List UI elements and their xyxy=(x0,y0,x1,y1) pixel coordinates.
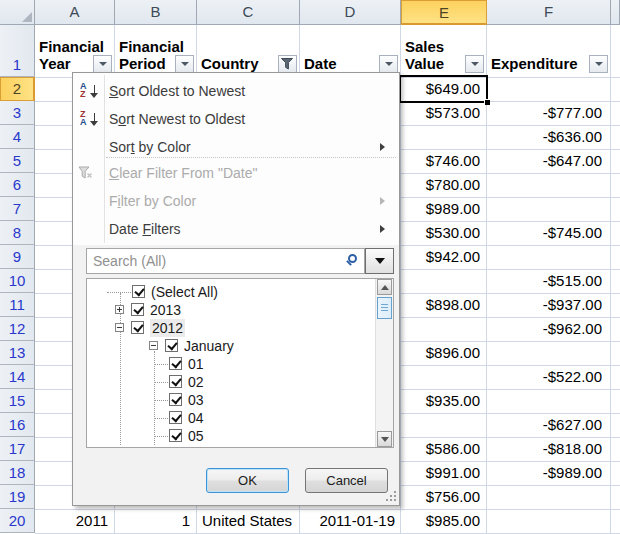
checkbox-checked[interactable] xyxy=(169,393,182,406)
cell[interactable]: -$818.00 xyxy=(487,437,610,461)
tree-item-02[interactable]: 02 xyxy=(87,373,374,391)
cell[interactable]: -$522.00 xyxy=(487,365,610,389)
filter-dropdown-period[interactable] xyxy=(175,55,194,73)
checkbox-checked[interactable] xyxy=(132,285,145,298)
row-header[interactable]: 11 xyxy=(0,293,35,317)
filter-dropdown-date[interactable] xyxy=(379,55,398,73)
cell[interactable]: -$962.00 xyxy=(487,317,610,341)
row-header-2-selected[interactable]: 2 xyxy=(0,77,35,101)
ok-button[interactable]: OK xyxy=(206,468,289,493)
fill-handle[interactable] xyxy=(484,99,490,105)
search-dropdown-button[interactable] xyxy=(365,248,394,274)
header-cell-financial-year[interactable]: Financial Year xyxy=(35,25,115,77)
checkbox-checked[interactable] xyxy=(131,303,144,316)
cell[interactable]: -$989.00 xyxy=(487,461,610,485)
tree-item-2013[interactable]: 2013 xyxy=(87,301,374,319)
collapse-minus-icon[interactable] xyxy=(115,323,124,332)
scrollbar-thumb[interactable] xyxy=(377,297,392,319)
cell[interactable]: $898.00 xyxy=(401,293,486,317)
filter-dropdown-sales[interactable] xyxy=(465,55,484,73)
cell[interactable]: $896.00 xyxy=(401,341,486,365)
cell[interactable]: $985.00 xyxy=(401,509,486,533)
row-header[interactable]: 5 xyxy=(0,149,35,173)
cell[interactable]: -$937.00 xyxy=(487,293,610,317)
cell[interactable]: -$627.00 xyxy=(487,413,610,437)
cell[interactable]: $756.00 xyxy=(401,485,486,509)
scroll-up-button[interactable] xyxy=(377,279,392,295)
col-header-c[interactable]: C xyxy=(197,0,300,25)
cell-c20[interactable]: United States xyxy=(197,509,299,533)
search-input[interactable] xyxy=(86,248,365,274)
collapse-minus-icon[interactable] xyxy=(149,341,158,350)
checkbox-checked[interactable] xyxy=(169,357,182,370)
row-header[interactable]: 9 xyxy=(0,245,35,269)
select-all-corner[interactable] xyxy=(0,0,35,25)
header-cell-financial-period[interactable]: Financial Period xyxy=(115,25,197,77)
filter-dropdown-year[interactable] xyxy=(93,55,112,73)
row-header[interactable]: 10 xyxy=(0,269,35,293)
row-header-1[interactable]: 1 xyxy=(0,25,35,77)
checkbox-checked[interactable] xyxy=(169,375,182,388)
checkbox-checked[interactable] xyxy=(165,339,178,352)
cell[interactable]: -$647.00 xyxy=(487,149,610,173)
list-scrollbar[interactable] xyxy=(375,279,393,447)
menu-item-sort-newest-to-oldest[interactable]: Z A Sort Newest to Oldest xyxy=(73,105,397,133)
row-header[interactable]: 20 xyxy=(0,509,35,533)
cell[interactable]: -$515.00 xyxy=(487,269,610,293)
scroll-down-button[interactable] xyxy=(377,431,392,447)
menu-item-clear-filter-disabled[interactable]: Clear Filter From "Date" xyxy=(73,159,397,187)
row-header[interactable]: 17 xyxy=(0,437,35,461)
col-header-d[interactable]: D xyxy=(300,0,401,25)
cell[interactable]: $935.00 xyxy=(401,389,486,413)
expand-plus-icon[interactable] xyxy=(115,305,124,314)
cell[interactable]: $780.00 xyxy=(401,173,486,197)
checkbox-checked[interactable] xyxy=(169,429,182,442)
cell[interactable]: $573.00 xyxy=(401,101,486,125)
col-header-f[interactable]: F xyxy=(487,0,611,25)
filter-dropdown-expenditure[interactable] xyxy=(589,55,608,73)
row-header[interactable]: 7 xyxy=(0,197,35,221)
row-header[interactable]: 18 xyxy=(0,461,35,485)
col-header-a[interactable]: A xyxy=(35,0,115,25)
cell[interactable]: $746.00 xyxy=(401,149,486,173)
tree-item-2012[interactable]: 2012 xyxy=(87,319,374,337)
row-header[interactable]: 13 xyxy=(0,341,35,365)
cell[interactable]: $530.00 xyxy=(401,221,486,245)
tree-item-january[interactable]: January xyxy=(87,337,374,355)
row-header[interactable]: 15 xyxy=(0,389,35,413)
cell[interactable]: -$777.00 xyxy=(487,101,610,125)
row-header[interactable]: 19 xyxy=(0,485,35,509)
row-header[interactable]: 16 xyxy=(0,413,35,437)
cell[interactable]: $989.00 xyxy=(401,197,486,221)
col-header-e-selected[interactable]: E xyxy=(401,0,487,25)
header-cell-country[interactable]: Country xyxy=(197,25,300,77)
cell-d20[interactable]: 2011-01-19 xyxy=(300,509,400,533)
filter-dropdown-country-active[interactable] xyxy=(278,55,297,73)
row-header[interactable]: 12 xyxy=(0,317,35,341)
menu-item-date-filters[interactable]: Date Filters xyxy=(73,215,397,243)
cell[interactable]: $991.00 xyxy=(401,461,486,485)
header-cell-date[interactable]: Date xyxy=(300,25,401,77)
resize-grip[interactable] xyxy=(385,490,396,501)
row-header[interactable]: 3 xyxy=(0,101,35,125)
tree-item-select-all[interactable]: (Select All) xyxy=(87,283,374,301)
checkbox-checked[interactable] xyxy=(169,411,182,424)
cell-b20[interactable]: 1 xyxy=(115,509,196,533)
cell[interactable]: -$636.00 xyxy=(487,125,610,149)
col-header-b[interactable]: B xyxy=(115,0,197,25)
tree-item-03[interactable]: 03 xyxy=(87,391,374,409)
cell[interactable]: $942.00 xyxy=(401,245,486,269)
cell[interactable]: $586.00 xyxy=(401,437,486,461)
row-header[interactable]: 6 xyxy=(0,173,35,197)
header-cell-sales-value[interactable]: Sales Value xyxy=(401,25,487,77)
checkbox-checked[interactable] xyxy=(131,321,144,334)
tree-item-04[interactable]: 04 xyxy=(87,409,374,427)
row-header[interactable]: 14 xyxy=(0,365,35,389)
tree-item-01[interactable]: 01 xyxy=(87,355,374,373)
menu-item-sort-oldest-to-newest[interactable]: A Z Sort Oldest to Newest xyxy=(73,77,397,105)
menu-item-filter-by-color-disabled[interactable]: Filter by Color xyxy=(73,187,397,215)
cancel-button[interactable]: Cancel xyxy=(305,468,388,493)
cell-a20[interactable]: 2011 xyxy=(35,509,114,533)
row-header[interactable]: 4 xyxy=(0,125,35,149)
cell[interactable]: -$745.00 xyxy=(487,221,610,245)
